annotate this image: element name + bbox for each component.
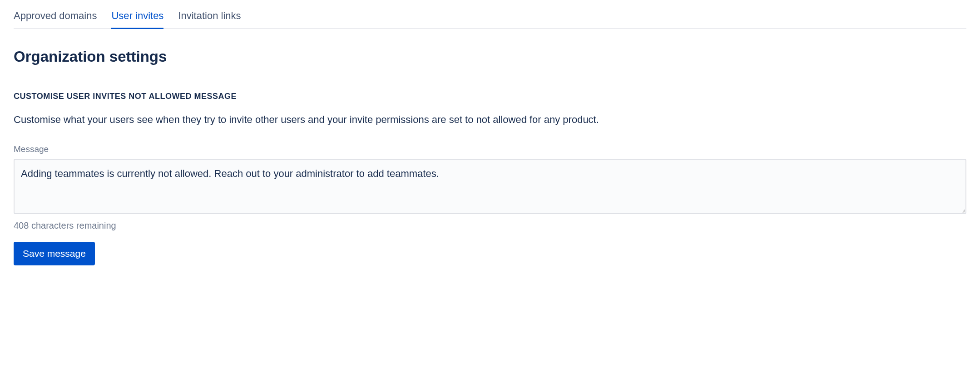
tabs-container: Approved domains User invites Invitation… bbox=[14, 0, 966, 29]
characters-remaining: 408 characters remaining bbox=[14, 220, 966, 231]
tab-approved-domains[interactable]: Approved domains bbox=[14, 5, 97, 28]
tab-user-invites[interactable]: User invites bbox=[111, 5, 163, 28]
page-title: Organization settings bbox=[14, 48, 966, 65]
message-label: Message bbox=[14, 144, 966, 154]
section-description: Customise what your users see when they … bbox=[14, 112, 966, 127]
message-textarea[interactable] bbox=[14, 159, 966, 214]
section-header: CUSTOMISE USER INVITES NOT ALLOWED MESSA… bbox=[14, 92, 966, 101]
tab-invitation-links[interactable]: Invitation links bbox=[178, 5, 241, 28]
save-message-button[interactable]: Save message bbox=[14, 242, 95, 265]
